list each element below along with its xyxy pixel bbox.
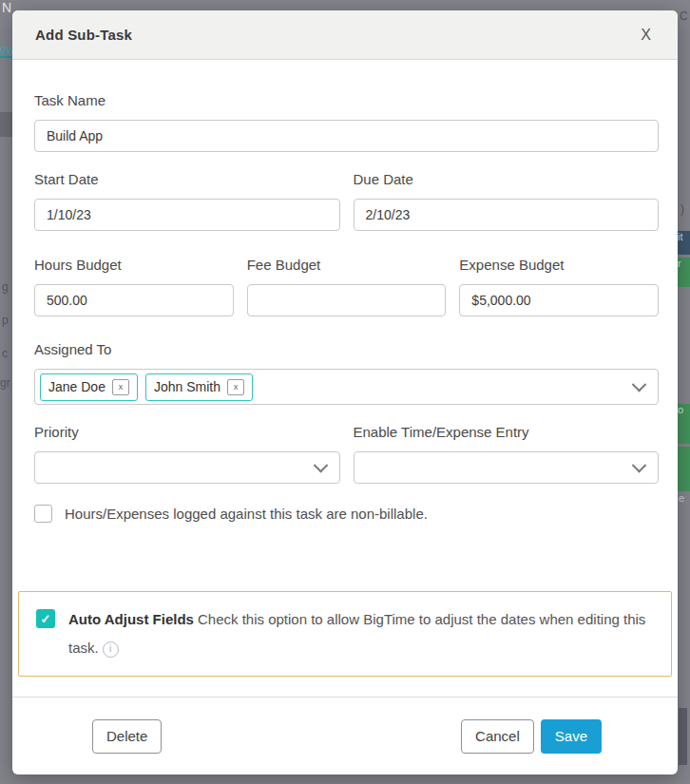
assignee-chip-name: John Smith bbox=[154, 379, 220, 394]
time-expense-entry-label: Enable Time/Expense Entry bbox=[354, 424, 660, 440]
auto-adjust-title: Auto Adjust Fields bbox=[68, 611, 194, 627]
start-date-label: Start Date bbox=[34, 171, 340, 187]
modal-title: Add Sub-Task bbox=[35, 27, 132, 43]
backdrop-fragment: p bbox=[2, 314, 9, 327]
assignee-chip-name: Jane Doe bbox=[48, 379, 105, 394]
assigned-to-multiselect[interactable]: Jane Doe x John Smith x bbox=[34, 369, 659, 405]
backdrop-artifact: o bbox=[678, 404, 690, 444]
chevron-down-icon bbox=[313, 457, 328, 472]
backdrop-artifact bbox=[679, 708, 687, 765]
priority-select[interactable] bbox=[34, 451, 340, 484]
backdrop-fragment: gr bbox=[0, 376, 10, 390]
non-billable-label: Hours/Expenses logged against this task … bbox=[65, 505, 428, 524]
modal-footer: Delete Cancel Save bbox=[12, 697, 678, 774]
backdrop-artifact: r bbox=[678, 258, 690, 287]
hours-budget-label: Hours Budget bbox=[34, 257, 234, 273]
add-subtask-modal: Add Sub-Task X Task Name Start Date Due … bbox=[12, 10, 678, 774]
close-icon[interactable]: X bbox=[637, 24, 655, 47]
auto-adjust-text: Auto Adjust FieldsCheck this option to a… bbox=[68, 605, 648, 662]
save-button[interactable]: Save bbox=[541, 719, 602, 754]
cancel-button[interactable]: Cancel bbox=[461, 719, 534, 754]
due-date-input[interactable] bbox=[354, 199, 660, 231]
task-name-label: Task Name bbox=[34, 92, 659, 108]
non-billable-row: Hours/Expenses logged against this task … bbox=[34, 505, 659, 524]
auto-adjust-box: ✓ Auto Adjust FieldsCheck this option to… bbox=[18, 591, 672, 677]
time-expense-entry-select[interactable] bbox=[354, 451, 660, 484]
fee-budget-input[interactable] bbox=[247, 284, 447, 316]
info-icon[interactable]: i bbox=[103, 641, 119, 658]
chevron-down-icon bbox=[632, 376, 647, 392]
backdrop-fragment: C bbox=[680, 10, 688, 23]
backdrop-fragment: e bbox=[679, 492, 684, 504]
assignee-chip: John Smith x bbox=[145, 373, 253, 401]
priority-label: Priority bbox=[34, 424, 340, 440]
start-date-input[interactable] bbox=[34, 199, 340, 231]
expense-budget-input[interactable] bbox=[459, 284, 659, 316]
backdrop-fragment: c bbox=[2, 347, 8, 360]
modal-body: Task Name Start Date Due Date Hours Budg… bbox=[12, 60, 678, 697]
backdrop-fragment: ) bbox=[680, 202, 684, 216]
non-billable-checkbox[interactable] bbox=[34, 505, 52, 523]
backdrop-artifact bbox=[678, 447, 690, 491]
assigned-to-label: Assigned To bbox=[34, 341, 659, 357]
remove-assignee-icon[interactable]: x bbox=[112, 379, 129, 395]
backdrop-fragment: g bbox=[2, 280, 9, 294]
backdrop-artifact: it bbox=[678, 231, 690, 255]
auto-adjust-checkbox[interactable]: ✓ bbox=[36, 609, 55, 628]
task-name-input[interactable] bbox=[34, 120, 659, 152]
remove-assignee-icon[interactable]: x bbox=[227, 379, 244, 395]
due-date-label: Due Date bbox=[354, 171, 660, 187]
backdrop-artifact bbox=[0, 56, 12, 58]
assignee-chip: Jane Doe x bbox=[40, 373, 138, 401]
fee-budget-label: Fee Budget bbox=[247, 257, 447, 273]
delete-button[interactable]: Delete bbox=[92, 719, 162, 754]
hours-budget-input[interactable] bbox=[34, 284, 234, 316]
chevron-down-icon bbox=[632, 457, 647, 472]
backdrop-fragment: N bbox=[2, 0, 11, 15]
expense-budget-label: Expense Budget bbox=[459, 257, 659, 273]
modal-header: Add Sub-Task X bbox=[12, 10, 678, 60]
backdrop-artifact bbox=[0, 112, 12, 137]
